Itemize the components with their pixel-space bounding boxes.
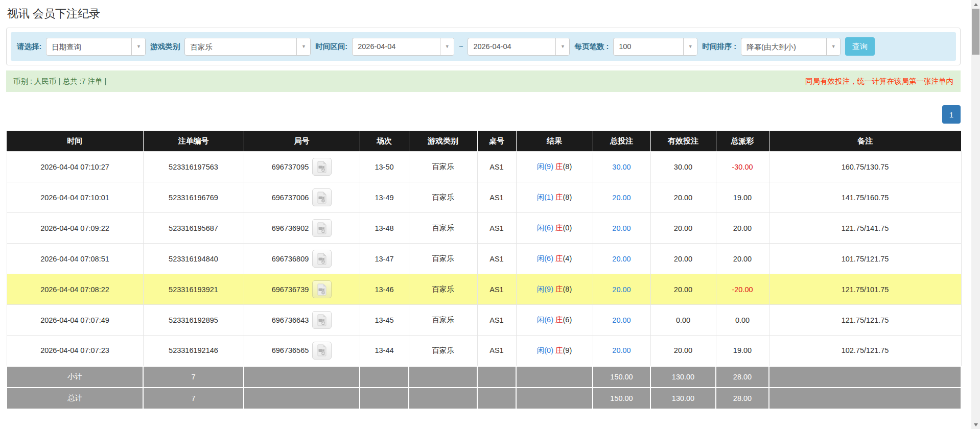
scrollbar-thumb[interactable] <box>972 9 979 55</box>
round-number-wrap: 696737006 <box>272 188 332 206</box>
sort-order-select[interactable]: 降幂(由大到小) ▼ <box>741 38 841 56</box>
total-bet-cell: 20.00 <box>593 305 650 336</box>
round-cell: 696736902 <box>244 213 360 244</box>
session-cell: 13-49 <box>360 182 409 213</box>
time-cell: 2026-04-04 07:09:22 <box>7 213 143 244</box>
column-header: 有效投注 <box>650 131 716 152</box>
video-replay-icon[interactable] <box>312 158 332 176</box>
query-type-select[interactable]: 日期查询 ▼ <box>46 38 146 56</box>
session-cell: 13-46 <box>360 274 409 305</box>
game-category-cell: 百家乐 <box>409 152 477 182</box>
table-number-cell: AS1 <box>477 213 516 244</box>
time-range-label: 时间区间: <box>315 42 347 52</box>
summary-bar: 币别 : 人民币 | 总共 :7 注单 | 同局有效投注，统一计算在该局第一张注… <box>6 70 961 92</box>
empty-cell <box>409 366 477 388</box>
summary-valid-bet-cell: 130.00 <box>650 388 716 409</box>
summary-payout-cell: 28.00 <box>716 366 769 388</box>
date-from-select[interactable]: 2026-04-04 ▼ <box>352 38 454 56</box>
game-category-value: 百家乐 <box>185 38 296 55</box>
column-header: 局号 <box>244 131 360 152</box>
banker-result-value: (8) <box>563 285 572 293</box>
game-category-label: 游戏类别 <box>150 42 180 52</box>
payout-cell: 19.00 <box>716 182 769 213</box>
table-row[interactable]: 2026-04-04 07:10:01523316196769696737006… <box>7 182 961 213</box>
result-cell: 闲(1) 庄(8) <box>516 182 593 213</box>
time-cell: 2026-04-04 07:08:51 <box>7 244 143 274</box>
remark-cell: 141.75/160.75 <box>769 182 961 213</box>
player-result: 闲(9) <box>537 285 553 293</box>
round-number-wrap: 696736643 <box>272 311 332 329</box>
total-bet-cell: 20.00 <box>593 182 650 213</box>
empty-cell <box>516 388 593 409</box>
bet-id-cell: 523316195687 <box>143 213 244 244</box>
empty-cell <box>244 366 360 388</box>
video-replay-icon[interactable] <box>312 188 332 206</box>
session-cell: 13-48 <box>360 213 409 244</box>
valid-bet-cell: 20.00 <box>650 244 716 274</box>
video-replay-icon[interactable] <box>312 342 332 360</box>
round-cell: 696736565 <box>244 336 360 366</box>
filter-panel: 请选择: 日期查询 ▼ 游戏类别 百家乐 ▼ 时间区间: 2026-04-04 … <box>6 28 961 65</box>
video-replay-icon[interactable] <box>312 219 332 237</box>
game-category-select[interactable]: 百家乐 ▼ <box>184 38 311 56</box>
banker-result-value: (9) <box>563 346 572 354</box>
video-replay-icon[interactable] <box>312 280 332 298</box>
game-category-cell: 百家乐 <box>409 213 477 244</box>
player-result: 闲(0) <box>537 346 553 354</box>
date-to-select[interactable]: 2026-04-04 ▼ <box>468 38 570 56</box>
round-cell: 696736809 <box>244 244 360 274</box>
round-number: 696736565 <box>272 346 309 354</box>
table-header-row: 时间注单编号局号场次游戏类别桌号结果总投注有效投注总派彩备注 <box>7 131 961 152</box>
scroll-up-icon[interactable] <box>971 0 980 9</box>
time-cell: 2026-04-04 07:10:27 <box>7 152 143 182</box>
table-row[interactable]: 2026-04-04 07:07:23523316192146696736565… <box>7 336 961 366</box>
remark-cell: 160.75/130.75 <box>769 152 961 182</box>
empty-cell <box>769 388 961 409</box>
empty-cell <box>360 366 409 388</box>
table-row[interactable]: 2026-04-04 07:10:27523316197563696737095… <box>7 152 961 182</box>
page-size-select[interactable]: 100 ▼ <box>613 38 697 56</box>
summary-total-bet-cell: 150.00 <box>593 366 650 388</box>
session-cell: 13-45 <box>360 305 409 336</box>
video-replay-icon[interactable] <box>312 311 332 329</box>
video-replay-icon[interactable] <box>312 250 332 268</box>
round-number: 696737095 <box>272 163 309 171</box>
table-row[interactable]: 2026-04-04 07:08:51523316194840696736809… <box>7 244 961 274</box>
table-row[interactable]: 2026-04-04 07:09:22523316195687696736902… <box>7 213 961 244</box>
search-button[interactable]: 查询 <box>845 37 875 56</box>
total-bet-cell: 30.00 <box>593 152 650 182</box>
page-button-1[interactable]: 1 <box>942 105 961 124</box>
chevron-down-icon: ▼ <box>683 38 697 55</box>
round-cell: 696736643 <box>244 305 360 336</box>
summary-row: 总计7150.00130.0028.00 <box>7 388 961 409</box>
date-to-value: 2026-04-04 <box>468 38 555 55</box>
vertical-scrollbar[interactable] <box>971 0 980 429</box>
empty-cell <box>477 366 516 388</box>
table-body: 2026-04-04 07:10:27523316197563696737095… <box>7 152 961 409</box>
remark-cell: 121.75/101.75 <box>769 274 961 305</box>
scroll-down-icon[interactable] <box>971 420 980 429</box>
valid-bet-cell: 20.00 <box>650 336 716 366</box>
chevron-down-icon: ▼ <box>826 38 840 55</box>
table-number-cell: AS1 <box>477 182 516 213</box>
player-result: 闲(6) <box>537 254 553 263</box>
remark-cell: 121.75/121.75 <box>769 305 961 336</box>
valid-bet-cell: 20.00 <box>650 213 716 244</box>
round-cell: 696736739 <box>244 274 360 305</box>
pagination: 1 <box>6 105 961 124</box>
summary-count-cell: 7 <box>143 388 244 409</box>
column-header: 结果 <box>516 131 593 152</box>
banker-result-label: 庄 <box>555 224 563 232</box>
bet-id-cell: 523316193921 <box>143 274 244 305</box>
table-number-cell: AS1 <box>477 274 516 305</box>
column-header: 场次 <box>360 131 409 152</box>
column-header: 游戏类别 <box>409 131 477 152</box>
table-row[interactable]: 2026-04-04 07:07:49523316192895696736643… <box>7 305 961 336</box>
table-number-cell: AS1 <box>477 152 516 182</box>
remark-cell: 121.75/141.75 <box>769 213 961 244</box>
sort-order-label: 时间排序 : <box>702 42 736 52</box>
session-cell: 13-50 <box>360 152 409 182</box>
table-row[interactable]: 2026-04-04 07:08:22523316193921696736739… <box>7 274 961 305</box>
result-cell: 闲(6) 庄(0) <box>516 213 593 244</box>
summary-total-bet-cell: 150.00 <box>593 388 650 409</box>
